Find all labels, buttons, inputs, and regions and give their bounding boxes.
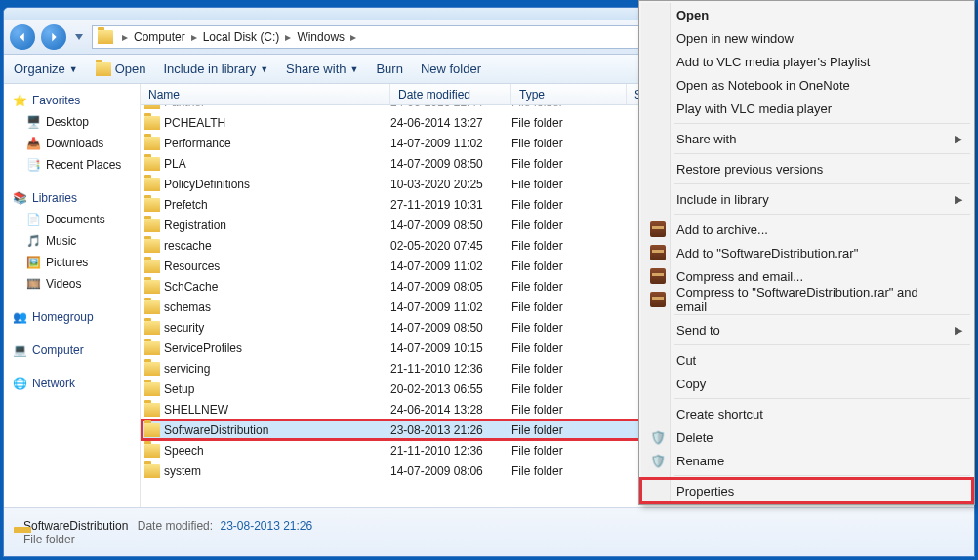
- include-library-button[interactable]: Include in library ▼: [163, 61, 268, 76]
- details-date-value: 23-08-2013 21:26: [220, 519, 312, 533]
- rar-icon: [649, 267, 667, 285]
- cm-compress-rar-email[interactable]: Compress to "SoftwareDistribution.rar" a…: [641, 288, 972, 311]
- cm-restore-previous[interactable]: Restore previous versions: [641, 157, 972, 180]
- folder-name: security: [164, 321, 204, 335]
- sidebar-videos[interactable]: 🎞️Videos: [4, 273, 140, 295]
- chevron-right-icon: ▶: [955, 133, 962, 145]
- organize-button[interactable]: Organize ▼: [14, 61, 78, 76]
- folder-name: Prefetch: [164, 198, 208, 212]
- cm-vlc-playlist[interactable]: Add to VLC media player's Playlist: [641, 50, 972, 73]
- sidebar-favorites[interactable]: ⭐Favorites: [4, 90, 140, 111]
- sidebar-downloads[interactable]: 📥Downloads: [4, 133, 140, 154]
- column-name[interactable]: Name: [141, 84, 390, 104]
- sidebar-network[interactable]: 🌐Network: [4, 373, 140, 394]
- cm-include-library[interactable]: Include in library▶: [641, 187, 972, 211]
- new-folder-button[interactable]: New folder: [421, 61, 481, 76]
- sidebar-libraries[interactable]: 📚Libraries: [4, 187, 140, 209]
- breadcrumb-windows[interactable]: Windows: [295, 30, 346, 44]
- cm-add-archive[interactable]: Add to archive...: [641, 218, 972, 241]
- chevron-right-icon[interactable]: ▸: [281, 30, 295, 44]
- details-type: File folder: [23, 533, 312, 546]
- context-menu: Open Open in new window Add to VLC media…: [638, 0, 975, 505]
- desktop-icon: 🖥️: [25, 114, 41, 130]
- sidebar-pictures[interactable]: 🖼️Pictures: [4, 252, 140, 273]
- column-date[interactable]: Date modified: [390, 84, 511, 104]
- folder-type: File folder: [511, 198, 627, 212]
- folder-icon: [144, 137, 160, 150]
- burn-button[interactable]: Burn: [376, 61, 402, 76]
- sidebar-music[interactable]: 🎵Music: [4, 230, 140, 252]
- folder-name: system: [164, 464, 201, 478]
- folder-name: SchCache: [164, 280, 218, 294]
- folder-date: 23-08-2013 21:26: [390, 423, 511, 437]
- folder-name: Resources: [164, 260, 220, 273]
- folder-name: Setup: [164, 382, 194, 396]
- folder-name: SHELLNEW: [164, 403, 228, 417]
- sidebar-computer[interactable]: 💻Computer: [4, 340, 140, 361]
- cm-vlc-play[interactable]: Play with VLC media player: [641, 97, 972, 120]
- folder-date: 24-06-2014 13:28: [390, 403, 511, 417]
- folder-icon: [144, 403, 160, 417]
- folder-date: 20-02-2013 06:55: [390, 382, 511, 396]
- folder-icon: [144, 444, 160, 458]
- breadcrumb-computer[interactable]: Computer: [132, 30, 187, 44]
- folder-type: File folder: [511, 105, 627, 109]
- rar-icon: [649, 220, 667, 238]
- cm-share-with[interactable]: Share with▶: [641, 127, 972, 150]
- cm-rename[interactable]: 🛡️Rename: [641, 449, 972, 472]
- folder-icon: [144, 219, 160, 232]
- folder-date: 24-06-2016 22:44: [390, 105, 511, 109]
- chevron-right-icon[interactable]: ▸: [187, 30, 201, 44]
- sidebar-recent-places[interactable]: 📑Recent Places: [4, 154, 140, 176]
- forward-button[interactable]: [41, 24, 66, 50]
- cm-add-rar[interactable]: Add to "SoftwareDistribution.rar": [641, 241, 972, 264]
- cm-onenote[interactable]: Open as Notebook in OneNote: [641, 73, 972, 97]
- cm-open[interactable]: Open: [641, 3, 972, 26]
- back-button[interactable]: [10, 24, 35, 50]
- column-type[interactable]: Type: [511, 84, 627, 104]
- folder-type: File folder: [511, 137, 627, 150]
- folder-icon: [144, 362, 160, 376]
- cm-send-to[interactable]: Send to▶: [641, 318, 972, 341]
- folder-date: 10-03-2020 20:25: [390, 178, 511, 191]
- folder-date: 24-06-2014 13:27: [390, 116, 511, 130]
- share-with-button[interactable]: Share with ▼: [286, 61, 358, 76]
- cm-open-new-window[interactable]: Open in new window: [641, 26, 972, 50]
- folder-type: File folder: [511, 260, 627, 273]
- cm-cut[interactable]: Cut: [641, 348, 972, 372]
- folder-date: 21-11-2010 12:36: [390, 362, 511, 376]
- folder-date: 21-11-2010 12:36: [390, 444, 511, 458]
- open-button[interactable]: Open: [96, 61, 146, 77]
- folder-name: schemas: [164, 300, 211, 314]
- sidebar-homegroup[interactable]: 👥Homegroup: [4, 306, 140, 328]
- folder-type: File folder: [511, 382, 627, 396]
- folder-icon: [144, 300, 160, 314]
- history-dropdown[interactable]: [72, 24, 86, 50]
- folder-icon: [144, 157, 160, 171]
- folder-date: 14-07-2009 11:02: [390, 300, 511, 314]
- sidebar-documents[interactable]: 📄Documents: [4, 209, 140, 230]
- sidebar-desktop[interactable]: 🖥️Desktop: [4, 111, 140, 133]
- folder-icon: [144, 178, 160, 191]
- cm-copy[interactable]: Copy: [641, 372, 972, 395]
- rar-icon: [649, 291, 667, 308]
- chevron-right-icon[interactable]: ▸: [346, 30, 360, 44]
- folder-date: 14-07-2009 10:15: [390, 341, 511, 355]
- shield-icon: 🛡️: [649, 428, 667, 446]
- folder-date: 14-07-2009 11:02: [390, 137, 511, 150]
- folder-name: PLA: [164, 157, 186, 171]
- folder-name: servicing: [164, 362, 210, 376]
- folder-icon: [144, 260, 160, 273]
- breadcrumb-localdisk[interactable]: Local Disk (C:): [201, 30, 282, 44]
- recent-icon: 📑: [25, 157, 41, 173]
- folder-type: File folder: [511, 178, 627, 191]
- cm-delete[interactable]: 🛡️Delete: [641, 425, 972, 449]
- chevron-right-icon[interactable]: ▸: [118, 30, 132, 44]
- folder-name: Performance: [164, 137, 231, 150]
- videos-icon: 🎞️: [25, 276, 41, 292]
- cm-properties[interactable]: Properties: [641, 479, 972, 502]
- documents-icon: 📄: [25, 212, 41, 227]
- folder-date: 14-07-2009 11:02: [390, 260, 511, 273]
- details-name: SoftwareDistribution: [23, 519, 128, 533]
- cm-create-shortcut[interactable]: Create shortcut: [641, 402, 972, 425]
